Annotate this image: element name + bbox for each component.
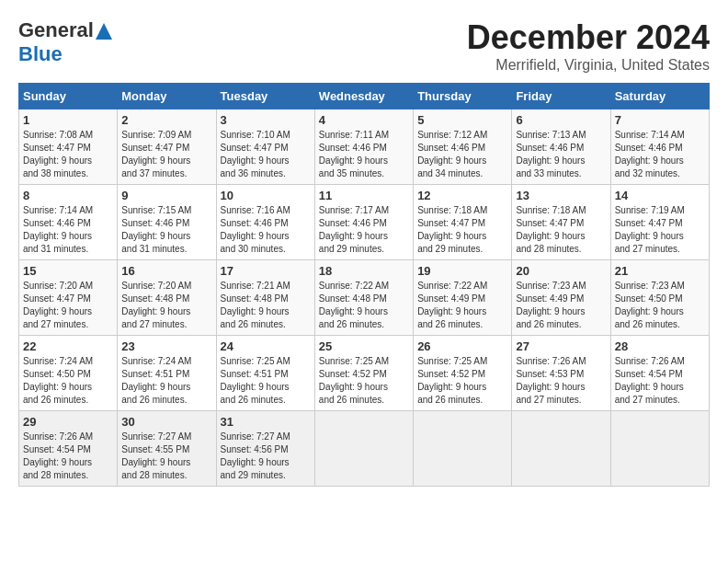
calendar-cell: 14Sunrise: 7:19 AM Sunset: 4:47 PM Dayli… xyxy=(610,185,709,260)
dow-wednesday: Wednesday xyxy=(314,84,413,109)
calendar-cell: 5Sunrise: 7:12 AM Sunset: 4:46 PM Daylig… xyxy=(414,109,512,185)
title-area: December 2024 Merrifield, Virginia, Unit… xyxy=(467,18,710,74)
day-number: 3 xyxy=(221,113,311,127)
dow-sunday: Sunday xyxy=(19,84,118,109)
day-info: Sunrise: 7:26 AM Sunset: 4:53 PM Dayligh… xyxy=(516,355,606,407)
day-number: 26 xyxy=(417,339,507,353)
calendar-cell: 3Sunrise: 7:10 AM Sunset: 4:47 PM Daylig… xyxy=(216,109,314,185)
day-info: Sunrise: 7:14 AM Sunset: 4:46 PM Dayligh… xyxy=(615,129,705,180)
calendar-cell: 10Sunrise: 7:16 AM Sunset: 4:46 PM Dayli… xyxy=(216,185,314,260)
day-info: Sunrise: 7:23 AM Sunset: 4:50 PM Dayligh… xyxy=(615,280,705,331)
calendar-body: 1Sunrise: 7:08 AM Sunset: 4:47 PM Daylig… xyxy=(19,109,710,487)
day-number: 9 xyxy=(121,189,211,202)
day-info: Sunrise: 7:27 AM Sunset: 4:56 PM Dayligh… xyxy=(221,431,311,482)
week-row-4: 22Sunrise: 7:24 AM Sunset: 4:50 PM Dayli… xyxy=(19,336,710,411)
day-number: 19 xyxy=(417,264,507,278)
day-info: Sunrise: 7:22 AM Sunset: 4:48 PM Dayligh… xyxy=(319,280,409,331)
day-info: Sunrise: 7:14 AM Sunset: 4:46 PM Dayligh… xyxy=(23,204,113,256)
day-number: 5 xyxy=(417,113,507,127)
calendar-cell: 12Sunrise: 7:18 AM Sunset: 4:47 PM Dayli… xyxy=(414,185,512,260)
dow-friday: Friday xyxy=(512,84,610,109)
calendar-cell: 13Sunrise: 7:18 AM Sunset: 4:47 PM Dayli… xyxy=(512,185,610,260)
calendar-cell: 9Sunrise: 7:15 AM Sunset: 4:46 PM Daylig… xyxy=(118,185,216,260)
day-number: 24 xyxy=(221,339,311,353)
day-info: Sunrise: 7:12 AM Sunset: 4:46 PM Dayligh… xyxy=(417,129,507,180)
day-info: Sunrise: 7:25 AM Sunset: 4:52 PM Dayligh… xyxy=(417,355,507,407)
day-number: 14 xyxy=(615,189,705,202)
calendar-cell: 30Sunrise: 7:27 AM Sunset: 4:55 PM Dayli… xyxy=(118,411,216,487)
day-info: Sunrise: 7:18 AM Sunset: 4:47 PM Dayligh… xyxy=(516,204,606,256)
calendar-cell xyxy=(512,411,610,487)
day-number: 27 xyxy=(516,339,606,353)
calendar-cell: 15Sunrise: 7:20 AM Sunset: 4:47 PM Dayli… xyxy=(19,260,118,336)
calendar-cell: 6Sunrise: 7:13 AM Sunset: 4:46 PM Daylig… xyxy=(512,109,610,185)
dow-tuesday: Tuesday xyxy=(216,84,314,109)
logo-blue: Blue xyxy=(18,42,63,65)
day-number: 2 xyxy=(121,113,211,127)
day-number: 25 xyxy=(319,339,409,353)
calendar-cell xyxy=(414,411,512,487)
calendar-cell: 31Sunrise: 7:27 AM Sunset: 4:56 PM Dayli… xyxy=(216,411,314,487)
day-info: Sunrise: 7:20 AM Sunset: 4:48 PM Dayligh… xyxy=(121,280,211,331)
day-info: Sunrise: 7:23 AM Sunset: 4:49 PM Dayligh… xyxy=(516,280,606,331)
svg-marker-0 xyxy=(96,23,112,40)
day-number: 15 xyxy=(23,264,113,278)
day-info: Sunrise: 7:27 AM Sunset: 4:55 PM Dayligh… xyxy=(121,431,211,482)
calendar-cell: 21Sunrise: 7:23 AM Sunset: 4:50 PM Dayli… xyxy=(610,260,709,336)
day-info: Sunrise: 7:17 AM Sunset: 4:46 PM Dayligh… xyxy=(319,204,409,256)
dow-saturday: Saturday xyxy=(610,84,709,109)
calendar-cell: 29Sunrise: 7:26 AM Sunset: 4:54 PM Dayli… xyxy=(19,411,118,487)
calendar-cell xyxy=(314,411,413,487)
week-row-3: 15Sunrise: 7:20 AM Sunset: 4:47 PM Dayli… xyxy=(19,260,710,336)
calendar-cell: 4Sunrise: 7:11 AM Sunset: 4:46 PM Daylig… xyxy=(314,109,413,185)
month-title: December 2024 xyxy=(467,18,710,57)
day-info: Sunrise: 7:20 AM Sunset: 4:47 PM Dayligh… xyxy=(23,280,113,331)
day-info: Sunrise: 7:26 AM Sunset: 4:54 PM Dayligh… xyxy=(23,431,113,482)
calendar-cell: 27Sunrise: 7:26 AM Sunset: 4:53 PM Dayli… xyxy=(512,336,610,411)
week-row-2: 8Sunrise: 7:14 AM Sunset: 4:46 PM Daylig… xyxy=(19,185,710,260)
day-number: 28 xyxy=(615,339,705,353)
day-number: 18 xyxy=(319,264,409,278)
day-number: 16 xyxy=(121,264,211,278)
calendar-cell: 22Sunrise: 7:24 AM Sunset: 4:50 PM Dayli… xyxy=(19,336,118,411)
calendar-cell: 1Sunrise: 7:08 AM Sunset: 4:47 PM Daylig… xyxy=(19,109,118,185)
calendar-cell: 2Sunrise: 7:09 AM Sunset: 4:47 PM Daylig… xyxy=(118,109,216,185)
calendar-cell: 20Sunrise: 7:23 AM Sunset: 4:49 PM Dayli… xyxy=(512,260,610,336)
day-number: 31 xyxy=(221,415,311,429)
day-number: 23 xyxy=(121,339,211,353)
calendar-cell: 25Sunrise: 7:25 AM Sunset: 4:52 PM Dayli… xyxy=(314,336,413,411)
day-info: Sunrise: 7:24 AM Sunset: 4:50 PM Dayligh… xyxy=(23,355,113,407)
day-info: Sunrise: 7:19 AM Sunset: 4:47 PM Dayligh… xyxy=(615,204,705,256)
day-number: 22 xyxy=(23,339,113,353)
day-info: Sunrise: 7:09 AM Sunset: 4:47 PM Dayligh… xyxy=(121,129,211,180)
calendar-cell: 26Sunrise: 7:25 AM Sunset: 4:52 PM Dayli… xyxy=(414,336,512,411)
calendar-cell xyxy=(610,411,709,487)
day-info: Sunrise: 7:25 AM Sunset: 4:51 PM Dayligh… xyxy=(221,355,311,407)
day-number: 30 xyxy=(121,415,211,429)
days-of-week-row: SundayMondayTuesdayWednesdayThursdayFrid… xyxy=(19,84,710,109)
day-number: 29 xyxy=(23,415,113,429)
week-row-5: 29Sunrise: 7:26 AM Sunset: 4:54 PM Dayli… xyxy=(19,411,710,487)
day-number: 8 xyxy=(23,189,113,202)
logo: General Blue xyxy=(18,18,112,66)
day-number: 11 xyxy=(319,189,409,202)
calendar-cell: 17Sunrise: 7:21 AM Sunset: 4:48 PM Dayli… xyxy=(216,260,314,336)
day-info: Sunrise: 7:16 AM Sunset: 4:46 PM Dayligh… xyxy=(221,204,311,256)
day-info: Sunrise: 7:24 AM Sunset: 4:51 PM Dayligh… xyxy=(121,355,211,407)
day-info: Sunrise: 7:11 AM Sunset: 4:46 PM Dayligh… xyxy=(319,129,409,180)
day-number: 10 xyxy=(221,189,311,202)
day-info: Sunrise: 7:08 AM Sunset: 4:47 PM Dayligh… xyxy=(23,129,113,180)
day-info: Sunrise: 7:25 AM Sunset: 4:52 PM Dayligh… xyxy=(319,355,409,407)
day-number: 21 xyxy=(615,264,705,278)
location-title: Merrifield, Virginia, United States xyxy=(467,57,710,74)
dow-thursday: Thursday xyxy=(414,84,512,109)
calendar-cell: 16Sunrise: 7:20 AM Sunset: 4:48 PM Dayli… xyxy=(118,260,216,336)
calendar-cell: 28Sunrise: 7:26 AM Sunset: 4:54 PM Dayli… xyxy=(610,336,709,411)
day-number: 12 xyxy=(417,189,507,202)
calendar-cell: 11Sunrise: 7:17 AM Sunset: 4:46 PM Dayli… xyxy=(314,185,413,260)
day-number: 20 xyxy=(516,264,606,278)
day-number: 17 xyxy=(221,264,311,278)
calendar-cell: 18Sunrise: 7:22 AM Sunset: 4:48 PM Dayli… xyxy=(314,260,413,336)
calendar-cell: 24Sunrise: 7:25 AM Sunset: 4:51 PM Dayli… xyxy=(216,336,314,411)
calendar-cell: 23Sunrise: 7:24 AM Sunset: 4:51 PM Dayli… xyxy=(118,336,216,411)
